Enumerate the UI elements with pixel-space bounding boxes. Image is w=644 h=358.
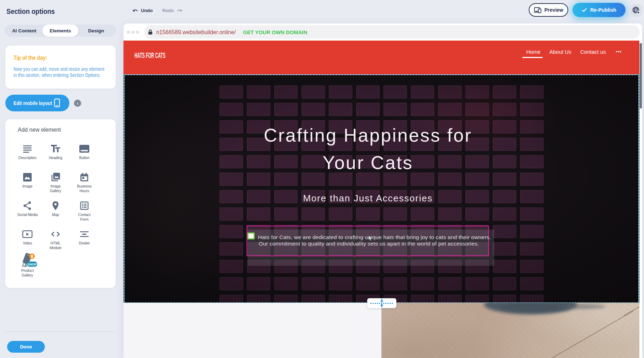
svg-text:SHOP: SHOP bbox=[27, 263, 37, 266]
